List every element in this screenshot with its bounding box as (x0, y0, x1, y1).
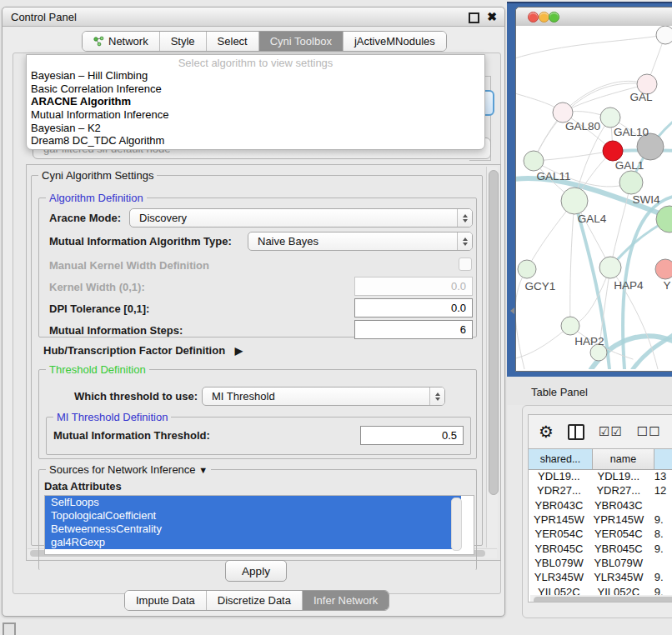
collapsed-panel-icon[interactable] (3, 622, 16, 635)
control-panel-titlebar[interactable]: Control Panel ✖ (3, 8, 504, 27)
gear-icon[interactable]: ⚙ (539, 423, 554, 440)
float-window-icon[interactable] (469, 12, 479, 23)
table-cell: YPR145W (589, 513, 648, 526)
select-all-checkboxes-icon[interactable]: ☑☑ (599, 424, 623, 439)
which-threshold-value: MI Threshold (203, 390, 429, 402)
network-node-gal10[interactable] (600, 108, 620, 128)
column-selector-icon[interactable] (568, 424, 584, 440)
tab-cyni-toolbox[interactable]: Cyni Toolbox (259, 32, 344, 51)
zoom-traffic-light-icon[interactable] (549, 12, 559, 22)
column-header[interactable]: name (593, 449, 654, 469)
mi-threshold-definition-title: MI Threshold Definition (53, 411, 171, 423)
mi-type-combobox[interactable]: Naive Bayes (248, 232, 473, 251)
algorithm-option-bayesian-hill-climbing[interactable]: Bayesian – Hill Climbing (27, 69, 484, 82)
table-toolbar: ⚙ ☑☑ ☐☐ (529, 415, 672, 448)
table-row[interactable]: YLR345WYLR345W9. (529, 570, 672, 584)
tab-network[interactable]: Network (83, 32, 160, 51)
network-node-hap2[interactable] (561, 317, 579, 335)
stepper-arrows-icon (429, 388, 444, 405)
node-label: GAL10 (614, 126, 649, 138)
tab-select[interactable]: Select (207, 32, 259, 51)
attribute-item[interactable]: SelfLoops (45, 496, 461, 509)
mi-steps-field[interactable]: 6 (354, 320, 473, 339)
stepper-arrows-icon (457, 232, 472, 250)
deselect-all-checkboxes-icon[interactable]: ☐☐ (637, 424, 661, 439)
tab-impute-data[interactable]: Impute Data (125, 591, 207, 610)
network-node-hap4[interactable] (599, 257, 621, 278)
network-node-gal1[interactable] (619, 171, 643, 194)
aracne-mode-combobox[interactable]: Discovery (129, 208, 473, 228)
control-panel-title: Control Panel (11, 11, 77, 23)
tab-discretize-data[interactable]: Discretize Data (207, 591, 303, 610)
table-scrollbar-thumb[interactable] (534, 597, 672, 603)
network-node-gal11[interactable] (524, 151, 544, 171)
splitter-collapse-icon[interactable] (510, 308, 514, 314)
mi-type-value: Naive Bayes (248, 235, 457, 248)
node-label: GCY1 (525, 280, 556, 292)
attribute-item[interactable]: gal4RGexp (45, 536, 461, 549)
network-view-window[interactable]: GALGAL80GAL10GAL11GAL1GAL4SWI4GCY1HAP4YH… (515, 7, 672, 372)
minimize-traffic-light-icon[interactable] (539, 12, 549, 22)
threshold-definition-group: Threshold Definition Which threshold to … (38, 369, 477, 459)
table-horizontal-scrollbar[interactable] (530, 595, 672, 602)
node-label: GAL11 (536, 170, 570, 182)
network-window-titlebar[interactable] (516, 8, 672, 27)
node-label: GAL (629, 91, 653, 103)
apply-button[interactable]: Apply (225, 560, 287, 582)
table-cell: YBR045C (529, 542, 589, 555)
network-edge[interactable] (516, 35, 665, 59)
table-row[interactable]: YBR045CYBR045C9. (529, 541, 672, 555)
vertical-scrollbar-thumb[interactable] (489, 170, 499, 495)
algorithm-option-basic-correlation[interactable]: Basic Correlation Inference (27, 82, 484, 96)
manual-kernel-checkbox[interactable] (459, 258, 472, 271)
network-node-gcy1[interactable] (518, 260, 536, 278)
vertical-scrollbar[interactable] (486, 167, 498, 548)
dropdown-hint: Select algorithm to view settings (27, 57, 484, 69)
column-header[interactable]: shared... (529, 449, 593, 469)
table-cell: YBR045C (589, 542, 648, 555)
network-edge[interactable] (534, 151, 613, 161)
column-header[interactable] (654, 449, 672, 469)
algorithm-option-bayesian-k2[interactable]: Bayesian – K2 (27, 122, 484, 135)
mi-threshold-field[interactable]: 0.5 (360, 426, 464, 445)
cyni-bottom-tabs: Impute Data Discretize Data Infer Networ… (124, 590, 389, 611)
table-row[interactable]: YBR043CYBR043C (529, 498, 672, 512)
table-row[interactable]: YDL19...YDL19...13 (529, 469, 672, 483)
network-edge[interactable] (570, 201, 574, 326)
sources-title[interactable]: Sources for Network Inference ▼ (46, 463, 211, 476)
algorithm-option-aracne[interactable]: ARACNE Algorithm (27, 95, 484, 108)
data-attributes-list[interactable]: SelfLoops TopologicalCoefficient Between… (44, 495, 474, 555)
table-row[interactable]: YBL079WYBL079W (529, 556, 672, 570)
tab-jactivemnodules[interactable]: jActiveMNodules (344, 32, 446, 51)
algorithm-option-dream8[interactable]: Dream8 DC_TDC Algorithm (27, 134, 484, 148)
table-cell: YLR345W (589, 571, 648, 583)
table-cell: YDL19... (589, 470, 648, 482)
network-node-swi4[interactable] (656, 206, 672, 232)
attribute-item[interactable]: BetweennessCentrality (45, 522, 461, 536)
network-node[interactable] (603, 141, 623, 161)
hub-definition-toggle[interactable]: Hub/Transcription Factor Definition ▶ (43, 344, 243, 357)
network-node-y[interactable] (655, 259, 672, 279)
algorithm-option-mutual-information[interactable]: Mutual Information Inference (27, 108, 484, 122)
attribute-list-scrollbar[interactable] (451, 498, 462, 551)
close-traffic-light-icon[interactable] (528, 12, 539, 22)
table-cell: YBL079W (589, 557, 648, 569)
attribute-item[interactable]: TopologicalCoefficient (45, 509, 461, 522)
network-node[interactable] (656, 26, 672, 44)
table-row[interactable]: YDR27...YDR27...12 (529, 483, 672, 498)
which-threshold-combobox[interactable]: MI Threshold (202, 387, 445, 406)
dpi-tolerance-field[interactable]: 0.0 (354, 298, 473, 318)
tab-infer-network[interactable]: Infer Network (303, 591, 389, 610)
table-row[interactable]: YER054CYER054C8. (529, 527, 672, 541)
table-row[interactable]: YPR145WYPR145W9. (529, 512, 672, 527)
close-icon[interactable]: ✖ (487, 10, 497, 23)
network-node-gal4[interactable] (561, 188, 588, 214)
network-canvas[interactable]: GALGAL80GAL10GAL11GAL1GAL4SWI4GCY1HAP4YH… (516, 26, 672, 369)
hub-definition-label: Hub/Transcription Factor Definition (43, 344, 225, 357)
tab-style[interactable]: Style (160, 32, 207, 51)
tab-network-label: Network (108, 35, 148, 48)
sources-group: Sources for Network Inference ▼ Data Att… (38, 469, 477, 570)
network-desktop: GALGAL80GAL10GAL11GAL1GAL4SWI4GCY1HAP4YH… (507, 2, 672, 378)
table-cell: YER054C (589, 528, 648, 540)
table-cell: YER054C (529, 528, 589, 540)
